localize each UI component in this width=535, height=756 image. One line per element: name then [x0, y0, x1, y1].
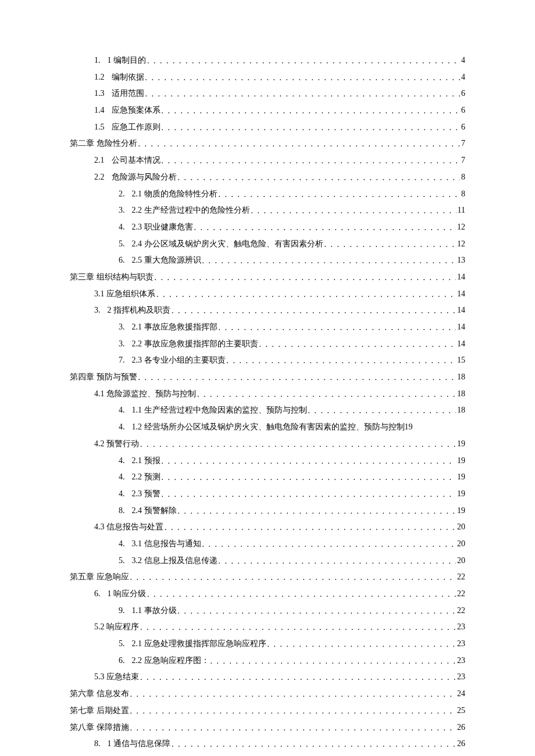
toc-entry-label: 1.1 编制目的	[94, 52, 146, 69]
toc-entry-label: 6.2.5 重大危险源辨识	[119, 252, 201, 269]
toc-entry: 3.1 应急组织体系 14	[70, 286, 465, 303]
toc-entry-label: 4.3.1 信息报告与通知	[119, 536, 201, 553]
toc-entry-number: 4.	[119, 539, 125, 548]
toc-entry-text: 编制依据	[112, 73, 144, 81]
toc-entry-number: 3.	[119, 323, 125, 331]
toc-entry-page: 19	[457, 436, 465, 453]
toc-entry-page: 4	[461, 52, 465, 69]
toc-leader-dots	[130, 703, 456, 719]
toc-entry-label: 6.2.2 应急响应程序图：	[119, 653, 209, 669]
toc-entry: 4.3 信息报告与处置 20	[70, 519, 465, 536]
toc-entry-label: 第三章 组织结构与职责	[70, 269, 154, 286]
toc-entry-text: 5.2 响应程序	[94, 622, 139, 631]
toc-entry: 2.2危险源与风险分析 8	[70, 169, 465, 186]
toc-entry-page: 22	[457, 586, 465, 603]
toc-entry-label: 3.2 指挥机构及职责	[94, 302, 170, 319]
toc-entry: 5.2 响应程序 23	[70, 619, 465, 636]
toc-entry-text: 2.1 事故应急救援指挥部	[132, 323, 217, 331]
toc-entry-text: 2.4 办公区域及锅炉房火灾、触电危险、有害因素分析	[132, 239, 323, 248]
toc-entry: 4.3.1 信息报告与通知 20	[70, 536, 465, 553]
toc-entry-number: 4.	[119, 406, 125, 414]
toc-entry-number: 7.	[119, 356, 125, 364]
toc-entry-label: 4.1 危险源监控、预防与控制	[94, 386, 196, 403]
toc-entry-text: 应急工作原则	[112, 123, 160, 131]
toc-leader-dots	[155, 270, 456, 286]
toc-entry-page: 19	[457, 486, 465, 503]
toc-entry: 1.3适用范围 6	[70, 85, 465, 102]
toc-entry-page: 11	[458, 202, 465, 219]
toc-entry-number: 1.	[94, 56, 101, 65]
toc-entry-label: 5.2.4 办公区域及锅炉房火灾、触电危险、有害因素分析	[119, 236, 323, 253]
toc-entry-page: 14	[457, 336, 465, 353]
toc-entry-text: 2.1 应急处理救援指挥部应急响应程序	[132, 639, 266, 648]
toc-entry-label: 9.1.1 事故分级	[119, 603, 177, 619]
toc-entry-label: 3.1 应急组织体系	[94, 286, 155, 303]
toc-entry-label: 4.1.2 经营场所办公区域及锅炉房火灾、触电危险有害因素的监控、预防与控制	[119, 419, 405, 436]
toc-entry-text: 第八章 保障措施	[70, 723, 129, 732]
toc-entry: 4.2 预警行动 19	[70, 436, 465, 453]
toc-entry: 4.2.3 职业健康危害 12	[70, 219, 465, 236]
toc-entry-label: 3.2.1 事故应急救援指挥部	[119, 319, 217, 336]
toc-entry-page: 6	[461, 85, 465, 102]
toc-entry-text: 2.3 职业健康危害	[132, 223, 193, 231]
toc-entry-text: 公司基本情况	[112, 156, 160, 164]
toc-entry: 8.1 通信与信息保障 26	[70, 736, 465, 753]
toc-entry-number: 5.	[119, 239, 125, 248]
toc-leader-dots	[202, 253, 456, 269]
toc-leader-dots	[197, 386, 456, 403]
toc-leader-dots	[138, 370, 456, 386]
toc-entry: 4.1 危险源监控、预防与控制 18	[70, 386, 465, 403]
toc-leader-dots	[178, 170, 461, 186]
toc-entry: 4.2.1 预报 19	[70, 453, 465, 470]
toc-entry: 第五章 应急响应 22	[70, 569, 465, 586]
toc-leader-dots	[162, 153, 461, 169]
toc-entry-label: 3.2.2 生产经营过程中的危险性分析	[119, 202, 250, 219]
toc-entry-label: 8.1 通信与信息保障	[94, 736, 170, 753]
toc-leader-dots	[147, 586, 456, 603]
toc-entry: 3.2.2 事故应急救援指挥部的主要职责 14	[70, 336, 465, 353]
toc-entry-label: 第八章 保障措施	[70, 719, 129, 736]
toc-leader-dots	[162, 470, 456, 486]
toc-entry-number: 4.	[119, 422, 125, 431]
toc-entry: 第七章 后期处置 25	[70, 703, 465, 719]
toc-entry-text: 4.3 信息报告与处置	[94, 522, 163, 531]
toc-entry-number: 5.	[119, 639, 125, 648]
toc-entry: 7.2.3 各专业小组的主要职责 15	[70, 352, 465, 369]
toc-leader-dots	[130, 720, 456, 736]
toc-leader-dots	[211, 653, 456, 669]
toc-entry-label: 第五章 应急响应	[70, 569, 129, 586]
toc-entry-page: 6	[461, 102, 465, 119]
toc-entry-text: 2.4 预警解除	[132, 506, 177, 515]
toc-entry-text: 2.2 事故应急救援指挥部的主要职责	[132, 339, 258, 348]
toc-leader-dots	[178, 603, 456, 619]
toc-entry-page: 6	[461, 119, 465, 136]
toc-entry: 8.2.4 预警解除 19	[70, 503, 465, 519]
toc-entry-text: 3.1 应急组织体系	[94, 289, 155, 298]
toc-entry-number: 3.	[119, 206, 125, 214]
toc-entry-number: 6.	[94, 589, 101, 598]
toc-entry-page: 23	[457, 669, 465, 686]
toc-leader-dots	[140, 669, 456, 686]
toc-leader-dots	[172, 736, 456, 753]
toc-entry-page: 23	[457, 619, 465, 636]
toc-entry: 5.3.2 信息上报及信息传递 20	[70, 553, 465, 569]
toc-entry: 4.1.2 经营场所办公区域及锅炉房火灾、触电危险有害因素的监控、预防与控制 1…	[70, 419, 465, 436]
toc-entry-text: 2.2 预测	[132, 472, 160, 481]
toc-entry: 2.1公司基本情况 7	[70, 152, 465, 169]
toc-leader-dots	[227, 353, 456, 369]
toc-entry-label: 8.2.4 预警解除	[119, 503, 177, 519]
toc-leader-dots	[130, 569, 456, 586]
toc-entry-number: 1.5	[94, 123, 105, 131]
toc-entry: 第六章 信息发布 24	[70, 686, 465, 703]
toc-entry-page: 20	[457, 519, 465, 536]
toc-entry-text: 2.1 预报	[132, 456, 160, 465]
toc-entry-page: 12	[457, 236, 465, 253]
toc-leader-dots	[324, 237, 456, 253]
toc-entry-text: 2.1 物质的危险特性分析	[132, 189, 217, 198]
toc-entry-text: 5.3 应急结束	[94, 672, 139, 681]
toc-entry-text: 第七章 后期处置	[70, 706, 129, 715]
toc-entry-label: 第七章 后期处置	[70, 703, 129, 719]
toc-entry-page: 4	[461, 69, 465, 86]
toc-entry: 4.2.3 预警 19	[70, 486, 465, 503]
toc-entry-page: 20	[457, 536, 465, 553]
